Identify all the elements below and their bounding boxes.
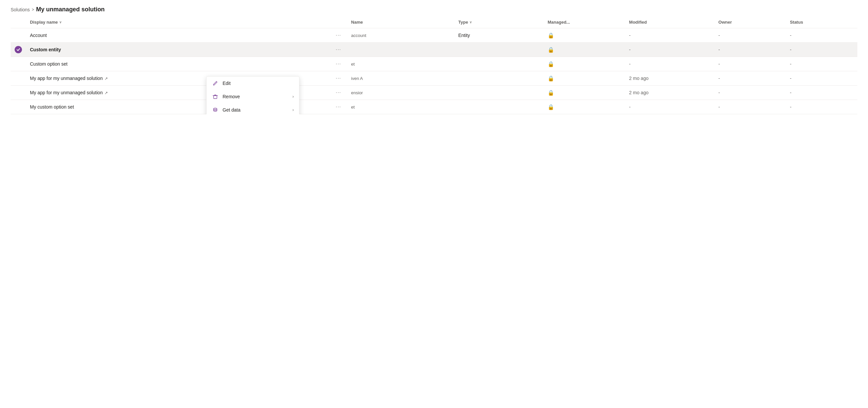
modified-cell: -: [625, 57, 715, 71]
status-cell: -: [786, 57, 857, 71]
status-cell: -: [786, 42, 857, 57]
lock-icon: 🔒: [548, 90, 554, 95]
managed-cell: 🔒: [544, 71, 625, 86]
row-more-button[interactable]: ···: [334, 89, 343, 96]
row-check-cell[interactable]: [11, 100, 26, 114]
modified-cell: -: [625, 28, 715, 42]
breadcrumb: Solutions > My unmanaged solution: [0, 0, 868, 16]
row-more-cell[interactable]: ···: [330, 100, 347, 114]
owner-cell: -: [714, 42, 786, 57]
type-cell: [454, 57, 544, 71]
status-cell: -: [786, 86, 857, 100]
display-name-text: My app for my unmanaged solution: [30, 90, 103, 95]
col-modified: Modified: [625, 16, 715, 28]
selected-check: [14, 46, 22, 53]
status-cell: -: [786, 71, 857, 86]
table-row: My app for my unmanaged solution↗···iven…: [11, 71, 857, 86]
lock-icon: 🔒: [548, 61, 554, 67]
svg-rect-0: [214, 95, 217, 98]
row-check-cell[interactable]: [11, 42, 26, 57]
table-container: Display name ∨ Name Type ∨ Managed... Mo…: [0, 16, 868, 114]
display-name-cell: Account: [26, 28, 330, 42]
name-cell: et: [347, 100, 454, 114]
lock-icon: 🔒: [548, 33, 554, 38]
managed-cell: 🔒: [544, 28, 625, 42]
name-cell: iven A: [347, 71, 454, 86]
context-menu-label-get_data: Get data: [223, 107, 288, 113]
name-cell: [347, 42, 454, 57]
owner-cell: -: [714, 100, 786, 114]
type-cell: [454, 71, 544, 86]
col-managed: Managed...: [544, 16, 625, 28]
col-more: [330, 16, 347, 28]
name-cell: ensior: [347, 86, 454, 100]
col-owner: Owner: [714, 16, 786, 28]
lock-icon: 🔒: [548, 104, 554, 110]
sort-arrow-type: ∨: [469, 20, 472, 24]
row-more-button[interactable]: ···: [334, 60, 343, 68]
row-check-cell[interactable]: [11, 86, 26, 100]
row-more-cell[interactable]: ···: [330, 71, 347, 86]
managed-cell: 🔒: [544, 86, 625, 100]
owner-cell: -: [714, 28, 786, 42]
solutions-table: Display name ∨ Name Type ∨ Managed... Mo…: [11, 16, 857, 114]
submenu-arrow: ›: [292, 108, 294, 112]
modified-cell: 2 mo ago: [625, 71, 715, 86]
external-link-icon: ↗: [104, 91, 108, 95]
type-cell: Entity: [454, 28, 544, 42]
lock-icon: 🔒: [548, 47, 554, 53]
lock-icon: 🔒: [548, 76, 554, 81]
table-row: Account···accountEntity🔒---: [11, 28, 857, 42]
status-cell: -: [786, 28, 857, 42]
managed-cell: 🔒: [544, 100, 625, 114]
row-check-cell[interactable]: [11, 28, 26, 42]
type-cell: [454, 86, 544, 100]
trash-icon: [212, 93, 219, 100]
row-more-cell[interactable]: ···: [330, 86, 347, 100]
row-more-button[interactable]: ···: [334, 75, 343, 82]
row-more-button[interactable]: ···: [334, 103, 343, 111]
row-more-button[interactable]: ···: [334, 32, 343, 39]
modified-cell: 2 mo ago: [625, 86, 715, 100]
context-menu: Edit Remove › Get data › Export data Ope…: [206, 76, 300, 114]
owner-cell: -: [714, 71, 786, 86]
context-menu-label-remove: Remove: [223, 94, 288, 99]
context-menu-item-edit[interactable]: Edit: [207, 77, 299, 90]
breadcrumb-solutions[interactable]: Solutions: [11, 7, 30, 12]
context-menu-label-edit: Edit: [223, 81, 294, 86]
row-more-cell[interactable]: ···: [330, 28, 347, 42]
name-cell: et: [347, 57, 454, 71]
breadcrumb-current-page: My unmanaged solution: [36, 6, 105, 13]
table-row: Custom option set···et🔒---: [11, 57, 857, 71]
external-link-icon: ↗: [104, 76, 108, 81]
row-more-cell[interactable]: ···: [330, 57, 347, 71]
type-cell: [454, 42, 544, 57]
row-more-cell[interactable]: ···: [330, 42, 347, 57]
status-cell: -: [786, 100, 857, 114]
col-check: [11, 16, 26, 28]
row-more-button[interactable]: ···: [334, 46, 343, 53]
type-cell: [454, 100, 544, 114]
modified-cell: -: [625, 100, 715, 114]
context-menu-item-remove[interactable]: Remove ›: [207, 90, 299, 103]
managed-cell: 🔒: [544, 57, 625, 71]
context-menu-item-get_data[interactable]: Get data ›: [207, 103, 299, 114]
submenu-arrow: ›: [292, 94, 294, 99]
display-name-text: My app for my unmanaged solution: [30, 76, 103, 81]
display-name-cell: Custom entity: [26, 42, 330, 57]
modified-cell: -: [625, 42, 715, 57]
col-type[interactable]: Type ∨: [454, 16, 544, 28]
database-icon: [212, 107, 219, 113]
table-row: My app for my unmanaged solution↗···ensi…: [11, 86, 857, 100]
owner-cell: -: [714, 86, 786, 100]
row-check-cell[interactable]: [11, 71, 26, 86]
display-name-cell: Custom option set: [26, 57, 330, 71]
svg-point-1: [214, 108, 217, 110]
row-check-cell[interactable]: [11, 57, 26, 71]
sort-arrow-display-name: ∨: [59, 20, 62, 24]
breadcrumb-separator: >: [32, 7, 34, 12]
managed-cell: 🔒: [544, 42, 625, 57]
col-display-name[interactable]: Display name ∨: [26, 16, 330, 28]
edit-icon: [212, 80, 219, 87]
table-row: Custom entity···🔒---: [11, 42, 857, 57]
